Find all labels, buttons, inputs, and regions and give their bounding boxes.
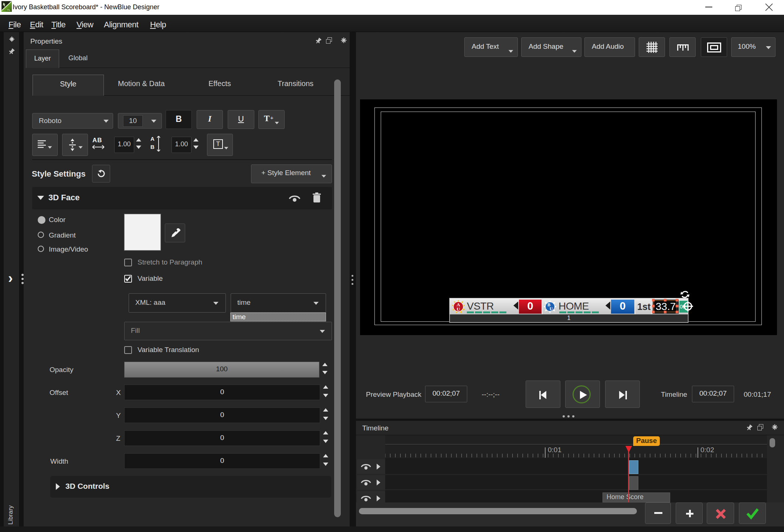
svg-text:U: U [550,306,553,311]
svg-text:U: U [457,306,460,312]
svg-text:TL: TL [7,8,11,12]
